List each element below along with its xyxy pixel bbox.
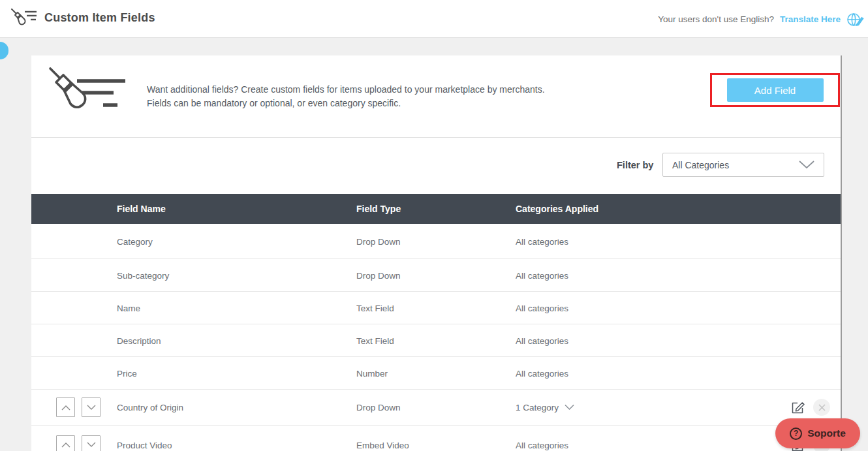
move-down-button[interactable] bbox=[82, 435, 101, 451]
field-type-cell: Embed Video bbox=[356, 440, 409, 450]
table-row: Sub-category Drop Down All categories bbox=[31, 259, 841, 292]
column-header-field-name: Field Name bbox=[117, 204, 166, 214]
categories-cell: All categories bbox=[516, 335, 568, 345]
translate-link[interactable]: Translate Here bbox=[780, 14, 841, 24]
categories-cell: All categories bbox=[516, 236, 568, 246]
chevron-up-icon bbox=[61, 442, 71, 448]
close-icon bbox=[818, 404, 826, 411]
edit-pencil-icon bbox=[790, 400, 805, 414]
field-name-cell: Price bbox=[117, 368, 137, 378]
move-up-button[interactable] bbox=[56, 397, 75, 417]
column-header-field-type: Field Type bbox=[356, 204, 401, 214]
table-row: Description Text Field All categories bbox=[31, 324, 841, 357]
question-mark-icon: ? bbox=[790, 428, 802, 440]
table-header: Field Name Field Type Categories Applied bbox=[31, 194, 841, 224]
custom-fields-icon bbox=[46, 65, 128, 127]
field-name-cell: Product Video bbox=[117, 440, 172, 450]
field-name-cell: Country of Origin bbox=[117, 403, 183, 412]
move-up-button[interactable] bbox=[56, 435, 75, 451]
field-type-cell: Text Field bbox=[356, 335, 394, 345]
intro-description-line1: Want additional fields? Create custom fi… bbox=[147, 83, 545, 97]
field-name-cell: Description bbox=[117, 335, 161, 345]
field-name-cell: Name bbox=[117, 303, 140, 313]
support-button[interactable]: ? Soporte bbox=[775, 418, 860, 448]
table-row: Category Drop Down All categories bbox=[31, 224, 841, 259]
field-name-cell: Sub-category bbox=[117, 270, 169, 280]
column-header-categories: Categories Applied bbox=[516, 204, 598, 214]
category-filter-dropdown[interactable]: All Categories bbox=[662, 153, 824, 177]
field-name-cell: Category bbox=[117, 236, 153, 246]
category-filter-value: All Categories bbox=[672, 160, 799, 170]
categories-cell: All categories bbox=[516, 303, 568, 313]
edit-field-button[interactable] bbox=[790, 400, 805, 414]
support-label: Soporte bbox=[807, 428, 846, 439]
categories-cell: All categories bbox=[516, 368, 568, 378]
table-body: Category Drop Down All categories bbox=[31, 224, 841, 451]
chevron-down-icon bbox=[799, 161, 814, 169]
chevron-down-icon[interactable] bbox=[565, 405, 574, 411]
table-row: Price Number All categories bbox=[31, 357, 841, 390]
top-header: Custom Item Fields Your users don't use … bbox=[0, 0, 868, 38]
table-row: Country of Origin Drop Down 1 Category bbox=[31, 390, 841, 426]
move-down-button[interactable] bbox=[82, 397, 101, 417]
filter-by-label: Filter by bbox=[617, 160, 653, 170]
chevron-down-icon bbox=[86, 442, 97, 448]
table-row: Name Text Field All categories bbox=[31, 292, 841, 324]
sidebar-toggle-handle[interactable] bbox=[0, 42, 8, 59]
delete-field-button[interactable] bbox=[813, 399, 830, 416]
categories-cell: All categories bbox=[516, 440, 568, 450]
chevron-up-icon bbox=[61, 405, 71, 411]
categories-cell: All categories bbox=[516, 270, 568, 280]
intro-description-line2: Fields can be mandatory or optional, or … bbox=[147, 97, 545, 110]
translate-globe-icon[interactable] bbox=[846, 10, 865, 27]
field-type-cell: Drop Down bbox=[356, 270, 401, 280]
translate-prompt: Your users don't use English? bbox=[658, 14, 774, 24]
categories-cell: 1 Category bbox=[516, 403, 574, 412]
field-type-cell: Drop Down bbox=[356, 236, 401, 246]
field-type-cell: Drop Down bbox=[356, 403, 401, 412]
chevron-down-icon bbox=[86, 405, 97, 411]
field-type-cell: Text Field bbox=[356, 303, 394, 313]
table-row: Product Video Embed Video All categories bbox=[31, 426, 841, 451]
content-card: Want additional fields? Create custom fi… bbox=[31, 55, 842, 451]
annotation-highlight-box: Add Field bbox=[710, 73, 840, 107]
screwdriver-list-icon bbox=[9, 7, 38, 31]
field-type-cell: Number bbox=[356, 368, 388, 378]
page-title: Custom Item Fields bbox=[44, 11, 155, 25]
intro-section: Want additional fields? Create custom fi… bbox=[31, 55, 841, 138]
add-field-button[interactable]: Add Field bbox=[727, 78, 824, 102]
